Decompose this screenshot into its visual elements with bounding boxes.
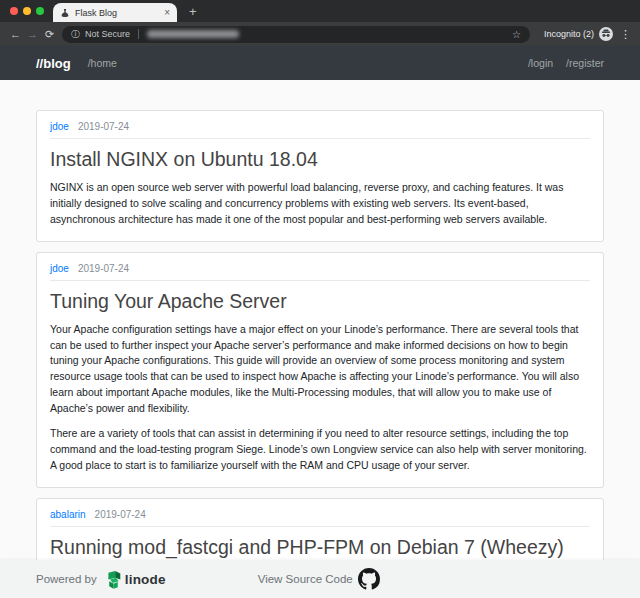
post-author-link[interactable]: jdoe	[50, 121, 69, 132]
post-card: jdoe 2019-07-24 Install NGINX on Ubuntu …	[36, 110, 604, 242]
post-paragraph: NGINX is an open source web server with …	[50, 180, 590, 227]
github-icon	[358, 568, 380, 590]
view-source-link[interactable]: View Source Code	[258, 568, 380, 590]
incognito-label: Incognito (2)	[544, 29, 594, 39]
close-window-button[interactable]	[10, 7, 18, 15]
post-metadata: jdoe 2019-07-24	[50, 263, 590, 281]
back-icon[interactable]: ←	[7, 28, 24, 40]
site-brand-link[interactable]: //blog	[36, 56, 71, 71]
browser-menu-icon[interactable]: ⋮	[613, 28, 633, 41]
not-secure-label: Not Secure	[85, 29, 130, 39]
nav-home-link[interactable]: /home	[88, 57, 117, 69]
redacted-url	[147, 30, 239, 38]
nav-right-group: /login /register	[528, 57, 604, 69]
post-author-link[interactable]: abalarin	[50, 509, 86, 520]
forward-icon[interactable]: →	[24, 28, 41, 40]
window-controls	[0, 0, 53, 22]
post-metadata: jdoe 2019-07-24	[50, 121, 590, 139]
view-source-label: View Source Code	[258, 573, 353, 585]
post-date: 2019-07-24	[95, 509, 146, 520]
tab-strip: Flask Blog × +	[0, 0, 640, 22]
zoom-window-button[interactable]	[36, 7, 44, 15]
post-date: 2019-07-24	[78, 121, 129, 132]
page-footer: Powered by linode View Source Code	[0, 560, 640, 598]
bookmark-star-icon[interactable]: ☆	[512, 29, 521, 40]
new-tab-button[interactable]: +	[189, 5, 197, 18]
post-title-link[interactable]: Tuning Your Apache Server	[50, 289, 590, 314]
post-paragraph: There are a variety of tools that can as…	[50, 426, 590, 473]
post-title-link[interactable]: Install NGINX on Ubuntu 18.04	[50, 147, 590, 172]
reload-icon[interactable]: ⟳	[41, 28, 58, 41]
nav-register-link[interactable]: /register	[566, 57, 604, 69]
flask-favicon-icon	[60, 8, 70, 18]
linode-logo-link[interactable]: linode	[105, 570, 166, 589]
page-viewport: //blog /home /login /register jdoe 2019-…	[0, 46, 640, 598]
nav-login-link[interactable]: /login	[528, 57, 553, 69]
post-date: 2019-07-24	[78, 263, 129, 274]
browser-window: Flask Blog × + ← → ⟳ ⓘ Not Secure ☆ Inco…	[0, 0, 640, 598]
omnibox-divider	[138, 29, 139, 39]
tab-title: Flask Blog	[75, 8, 159, 18]
minimize-window-button[interactable]	[23, 7, 31, 15]
linode-icon	[105, 570, 122, 589]
posts-list: jdoe 2019-07-24 Install NGINX on Ubuntu …	[0, 80, 640, 598]
powered-by-label: Powered by	[36, 573, 97, 585]
browser-tab[interactable]: Flask Blog ×	[53, 3, 177, 22]
post-author-link[interactable]: jdoe	[50, 263, 69, 274]
post-card: jdoe 2019-07-24 Tuning Your Apache Serve…	[36, 252, 604, 488]
info-icon[interactable]: ⓘ	[71, 30, 80, 39]
site-navbar: //blog /home /login /register	[0, 46, 640, 80]
address-bar[interactable]: ⓘ Not Secure ☆	[62, 26, 530, 43]
browser-toolbar: ← → ⟳ ⓘ Not Secure ☆ Incognito (2) ⋮	[0, 22, 640, 46]
close-tab-icon[interactable]: ×	[164, 8, 170, 18]
post-paragraph: Your Apache configuration settings have …	[50, 322, 590, 417]
linode-wordmark: linode	[125, 572, 166, 587]
post-metadata: abalarin 2019-07-24	[50, 509, 590, 527]
incognito-icon	[599, 27, 613, 41]
